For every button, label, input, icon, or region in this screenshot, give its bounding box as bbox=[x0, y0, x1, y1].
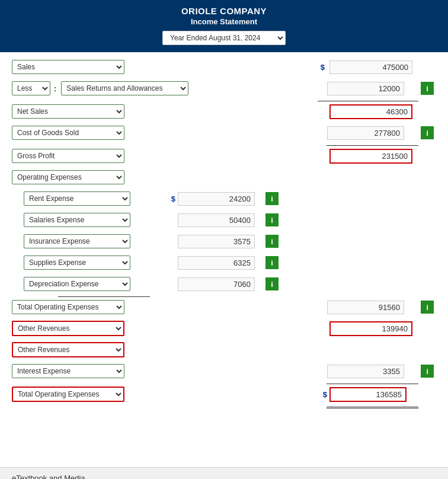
less-select[interactable]: Less bbox=[12, 81, 50, 95]
depreciation-row: Depreciation Expense i bbox=[12, 275, 436, 293]
operating-expenses-row: Operating Expenses bbox=[12, 168, 436, 186]
net-sales-input[interactable] bbox=[329, 104, 412, 119]
salaries-row: Salaries Expense i bbox=[12, 211, 436, 229]
colon: : bbox=[54, 84, 56, 93]
sales-input[interactable] bbox=[329, 60, 412, 74]
total-op-exp-input[interactable] bbox=[327, 301, 404, 314]
salaries-input[interactable] bbox=[178, 213, 255, 227]
other-revenues-1-select[interactable]: Other Revenues bbox=[12, 321, 124, 336]
company-name: ORIOLE COMPANY bbox=[0, 6, 448, 16]
year-selector-wrap[interactable]: Year Ended August 31, 2024 bbox=[162, 31, 286, 45]
total-op-exp-2-input[interactable] bbox=[329, 387, 407, 402]
total-op-exp-2-select[interactable]: Total Operating Expenses bbox=[12, 387, 124, 402]
rent-expense-select[interactable]: Rent Expense bbox=[24, 191, 130, 206]
sales-row: Sales $ bbox=[12, 58, 436, 76]
returns-input[interactable] bbox=[327, 82, 404, 95]
cogs-info-btn[interactable]: i bbox=[421, 126, 434, 139]
cogs-row: Cost of Goods Sold i bbox=[12, 124, 436, 142]
interest-expense-row: Interest Expense i bbox=[12, 362, 436, 380]
rent-dollar: $ bbox=[171, 194, 175, 203]
interest-expense-info-btn[interactable]: i bbox=[421, 365, 434, 378]
salaries-select[interactable]: Salaries Expense bbox=[24, 213, 130, 227]
year-select[interactable]: Year Ended August 31, 2024 bbox=[162, 31, 286, 45]
returns-select[interactable]: Sales Returns and Allowances bbox=[61, 81, 188, 95]
insurance-row: Insurance Expense i bbox=[12, 232, 436, 250]
insurance-info-btn[interactable]: i bbox=[265, 235, 279, 248]
depreciation-input[interactable] bbox=[178, 277, 255, 291]
main-content: Sales $ Less : Sales Returns and Allowan… bbox=[0, 52, 448, 467]
salaries-info-btn[interactable]: i bbox=[265, 213, 279, 226]
insurance-input[interactable] bbox=[178, 235, 255, 248]
underline-final bbox=[12, 384, 436, 384]
total-op-exp-select[interactable]: Total Operating Expenses bbox=[12, 300, 124, 314]
supplies-row: Supplies Expense i bbox=[12, 254, 436, 272]
double-underline-final bbox=[12, 407, 436, 408]
other-revenues-1-row: Other Revenues bbox=[12, 320, 436, 337]
returns-info-btn[interactable]: i bbox=[421, 82, 434, 95]
interest-expense-input[interactable] bbox=[327, 365, 404, 378]
other-revenues-2-row: Other Revenues bbox=[12, 341, 436, 359]
gross-profit-select[interactable]: Gross Profit bbox=[12, 149, 124, 163]
cogs-input[interactable] bbox=[327, 126, 404, 140]
underline-expenses bbox=[12, 296, 436, 297]
operating-expenses-select[interactable]: Operating Expenses bbox=[12, 170, 124, 184]
total-op-exp-info-btn[interactable]: i bbox=[421, 301, 434, 314]
rent-expense-row: Rent Expense $ i bbox=[12, 190, 436, 207]
rent-input[interactable] bbox=[178, 192, 255, 206]
cogs-select[interactable]: Cost of Goods Sold bbox=[12, 126, 124, 140]
supplies-select[interactable]: Supplies Expense bbox=[24, 256, 130, 270]
other-revenues-2-select[interactable]: Other Revenues bbox=[12, 342, 124, 357]
net-sales-select[interactable]: Net Sales bbox=[12, 104, 124, 119]
gross-profit-input[interactable] bbox=[329, 149, 412, 164]
total-operating-expenses-row: Total Operating Expenses i bbox=[12, 298, 436, 316]
interest-expense-select[interactable]: Interest Expense bbox=[12, 364, 124, 378]
underline-sub bbox=[12, 101, 436, 101]
header: ORIOLE COMPANY Income Statement Year End… bbox=[0, 0, 448, 52]
rent-info-btn[interactable]: i bbox=[265, 192, 279, 205]
total-operating-expenses-2-row: Total Operating Expenses $ bbox=[12, 385, 436, 403]
less-row: Less : Sales Returns and Allowances i bbox=[12, 79, 436, 97]
sales-select[interactable]: Sales bbox=[12, 60, 124, 74]
etextbook-footer: eTextbook and Media bbox=[0, 467, 448, 479]
other-revenues-1-input[interactable] bbox=[329, 321, 412, 336]
gross-profit-row: Gross Profit bbox=[12, 147, 436, 165]
sales-dollar: $ bbox=[321, 63, 325, 72]
supplies-info-btn[interactable]: i bbox=[265, 256, 279, 269]
net-sales-row: Net Sales bbox=[12, 103, 436, 120]
final-dollar: $ bbox=[323, 390, 327, 399]
insurance-select[interactable]: Insurance Expense bbox=[24, 234, 130, 248]
depreciation-info-btn[interactable]: i bbox=[265, 277, 279, 290]
supplies-input[interactable] bbox=[178, 256, 255, 270]
statement-type: Income Statement bbox=[0, 17, 448, 26]
etextbook-label: eTextbook and Media bbox=[12, 474, 85, 479]
underline-main-1 bbox=[12, 145, 436, 146]
depreciation-select[interactable]: Depreciation Expense bbox=[24, 277, 130, 291]
